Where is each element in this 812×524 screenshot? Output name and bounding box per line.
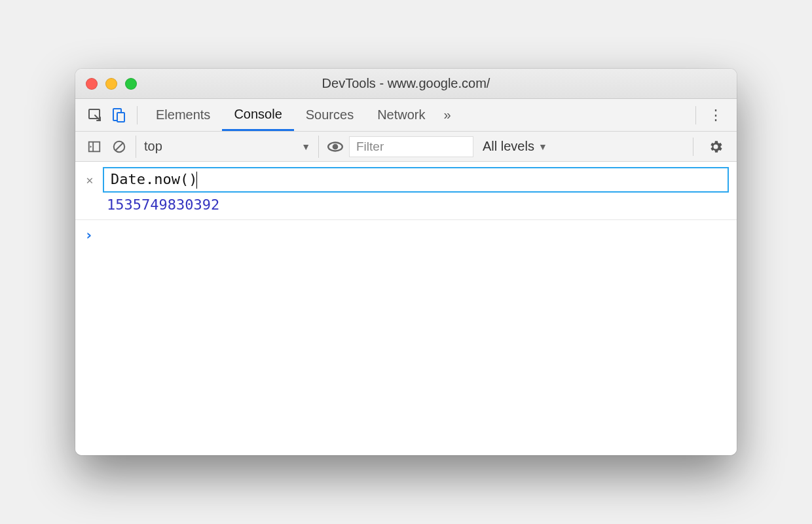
- dropdown-icon: ▼: [538, 141, 547, 152]
- text-caret: [196, 172, 197, 188]
- minimize-window-button[interactable]: [105, 78, 117, 90]
- tab-console[interactable]: Console: [222, 99, 293, 131]
- svg-rect-2: [117, 113, 124, 122]
- devtools-window: DevTools - www.google.com/ Elements Cons…: [75, 69, 737, 455]
- separator: [693, 138, 693, 156]
- svg-line-6: [116, 143, 123, 150]
- svg-rect-0: [89, 109, 100, 119]
- close-window-button[interactable]: [86, 78, 98, 90]
- separator: [137, 106, 138, 124]
- titlebar: DevTools - www.google.com/: [75, 69, 737, 99]
- live-expression-block: ✕ Date.now() 1535749830392: [75, 162, 737, 220]
- inspect-element-icon[interactable]: [83, 103, 107, 127]
- window-title: DevTools - www.google.com/: [75, 76, 737, 91]
- console-body: ✕ Date.now() 1535749830392 ›: [75, 162, 737, 455]
- execution-context-label: top: [144, 139, 162, 154]
- tab-sources[interactable]: Sources: [294, 99, 365, 131]
- fullscreen-window-button[interactable]: [125, 78, 137, 90]
- dropdown-icon: ▼: [301, 141, 310, 152]
- devtools-tabs: Elements Console Sources Network » ⋮: [75, 99, 737, 132]
- more-options-icon[interactable]: ⋮: [703, 107, 729, 124]
- console-prompt-input[interactable]: [100, 227, 728, 243]
- remove-expression-icon[interactable]: ✕: [83, 173, 96, 187]
- live-expression-row: ✕ Date.now(): [75, 162, 737, 195]
- traffic-lights: [86, 78, 137, 90]
- execution-context-select[interactable]: top ▼: [136, 136, 319, 158]
- live-expression-icon[interactable]: [324, 136, 346, 158]
- log-levels-label: All levels: [483, 139, 534, 154]
- console-prompt-row: ›: [75, 220, 737, 250]
- svg-point-8: [333, 143, 339, 149]
- filter-input[interactable]: [349, 136, 473, 157]
- tab-network[interactable]: Network: [365, 99, 437, 131]
- live-expression-text: Date.now(): [111, 171, 197, 187]
- live-expression-input[interactable]: Date.now(): [103, 167, 729, 193]
- console-settings-icon[interactable]: [703, 139, 729, 155]
- tab-elements[interactable]: Elements: [144, 99, 222, 131]
- live-expression-result: 1535749830392: [75, 195, 737, 219]
- console-toolbar: top ▼ All levels ▼: [75, 132, 737, 162]
- separator: [695, 106, 696, 124]
- clear-console-icon[interactable]: [108, 136, 130, 158]
- tabs-overflow-icon[interactable]: »: [437, 99, 458, 131]
- toggle-sidebar-icon[interactable]: [83, 136, 105, 158]
- prompt-caret-icon: ›: [84, 227, 93, 243]
- device-toolbar-icon[interactable]: [107, 103, 130, 127]
- log-levels-select[interactable]: All levels ▼: [476, 139, 554, 154]
